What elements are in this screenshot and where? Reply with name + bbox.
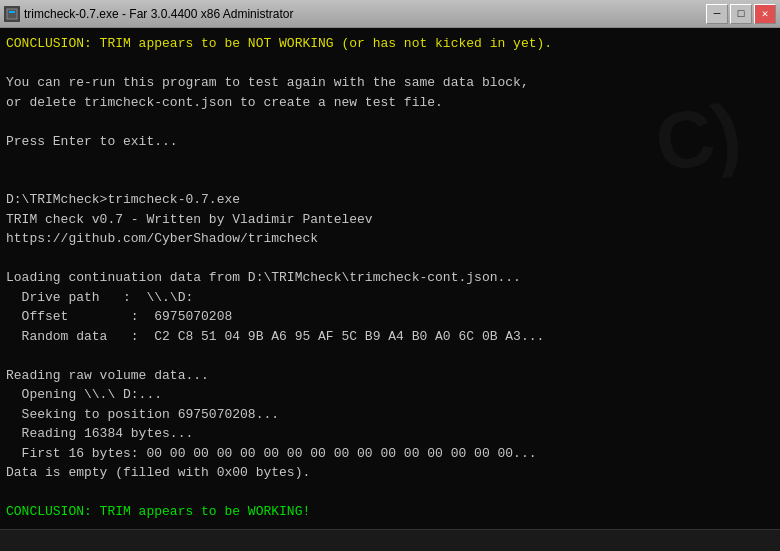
terminal-line — [6, 346, 774, 366]
app-icon — [4, 6, 20, 22]
terminal-line — [6, 483, 774, 503]
terminal-line: Seeking to position 6975070208... — [6, 405, 774, 425]
titlebar-left: trimcheck-0.7.exe - Far 3.0.4400 x86 Adm… — [4, 6, 293, 22]
terminal-line: Loading continuation data from D:\TRIMch… — [6, 268, 774, 288]
terminal-line: https://github.com/CyberShadow/trimcheck — [6, 229, 774, 249]
window-controls: ─ □ ✕ — [706, 4, 776, 24]
terminal-area: C) CONCLUSION: TRIM appears to be NOT WO… — [0, 28, 780, 529]
terminal-line: Reading raw volume data... — [6, 366, 774, 386]
terminal-line: or delete trimcheck-cont.json to create … — [6, 93, 774, 113]
terminal-line — [6, 171, 774, 191]
terminal-line — [6, 151, 774, 171]
terminal-line: Random data : C2 C8 51 04 9B A6 95 AF 5C… — [6, 327, 774, 347]
terminal-line: Reading 16384 bytes... — [6, 424, 774, 444]
terminal-line — [6, 112, 774, 132]
terminal-line — [6, 54, 774, 74]
svg-rect-0 — [7, 9, 17, 19]
window-title: trimcheck-0.7.exe - Far 3.0.4400 x86 Adm… — [24, 7, 293, 21]
maximize-button[interactable]: □ — [730, 4, 752, 24]
terminal-line: Drive path : \\.\D: — [6, 288, 774, 308]
terminal-line: Offset : 6975070208 — [6, 307, 774, 327]
statusbar — [0, 529, 780, 551]
terminal-line: CONCLUSION: TRIM appears to be WORKING! — [6, 502, 774, 522]
terminal-line: Data is empty (filled with 0x00 bytes). — [6, 463, 774, 483]
minimize-button[interactable]: ─ — [706, 4, 728, 24]
terminal-line: TRIM check v0.7 - Written by Vladimir Pa… — [6, 210, 774, 230]
terminal-content: CONCLUSION: TRIM appears to be NOT WORKI… — [6, 34, 774, 529]
svg-rect-1 — [9, 11, 15, 13]
terminal-line: D:\TRIMcheck>trimcheck-0.7.exe — [6, 190, 774, 210]
close-button[interactable]: ✕ — [754, 4, 776, 24]
terminal-line — [6, 249, 774, 269]
titlebar: trimcheck-0.7.exe - Far 3.0.4400 x86 Adm… — [0, 0, 780, 28]
terminal-line: Press Enter to exit... — [6, 132, 774, 152]
terminal-line: You can re-run this program to test agai… — [6, 73, 774, 93]
terminal-line — [6, 522, 774, 530]
terminal-line: First 16 bytes: 00 00 00 00 00 00 00 00 … — [6, 444, 774, 464]
terminal-line: Opening \\.\ D:... — [6, 385, 774, 405]
terminal-line: CONCLUSION: TRIM appears to be NOT WORKI… — [6, 34, 774, 54]
